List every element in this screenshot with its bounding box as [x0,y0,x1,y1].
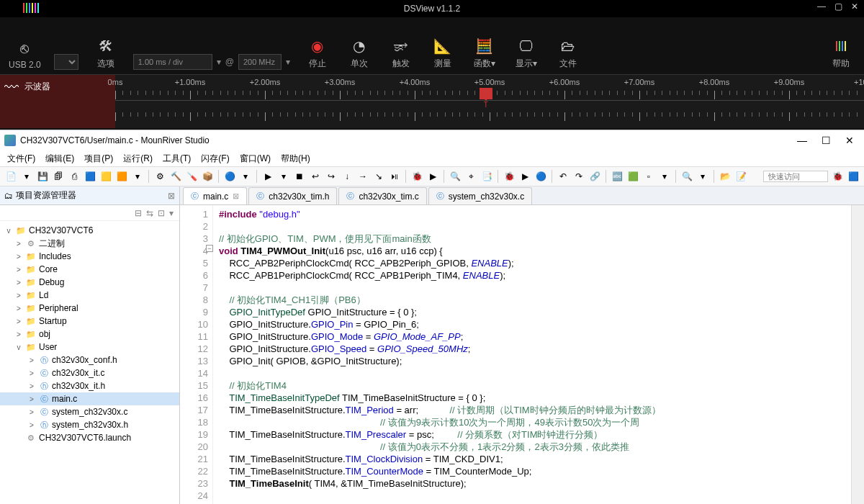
samplerate-dropdown[interactable]: ▾ [286,57,290,67]
toolbar-button[interactable]: 🔍 [449,170,462,183]
toolbar-button[interactable]: ↶ [557,170,570,183]
functions-button[interactable]: 🧮 函数▾ [470,35,499,70]
menu-item[interactable]: 项目(P) [84,153,113,165]
editor-tab[interactable]: ⓒch32v30x_tim.c [338,187,426,204]
menu-item[interactable]: 运行(R) [123,153,153,165]
toolbar-button[interactable]: 🔵 [534,170,547,183]
tree-item[interactable]: >ⓗch32v30x_it.h [0,379,179,392]
single-button[interactable]: ◔ 单次 [345,35,374,70]
toolbar-button[interactable]: → [356,170,369,183]
trigger-marker[interactable]: T [480,88,492,99]
twisty-icon[interactable]: > [27,421,36,429]
toolbar-button[interactable]: ▶ [261,170,274,183]
toolbar-button[interactable]: 🟩 [626,170,639,183]
tree-item[interactable]: >ⓗsystem_ch32v30x.h [0,418,179,431]
editor-tab[interactable]: ⓒsystem_ch32v30x.c [428,187,532,204]
quick-access-input[interactable] [763,171,828,182]
toolbar-button[interactable]: 🔤 [611,170,624,183]
editor-tab[interactable]: ⓒmain.c⊠ [183,187,247,204]
menu-item[interactable]: 编辑(E) [45,153,74,165]
toolbar-button[interactable]: ↩ [309,170,322,183]
stop-button[interactable]: ◉ 停止 [303,35,332,70]
tree-item[interactable]: v📁User [0,341,179,354]
twisty-icon[interactable]: v [4,227,13,235]
toolbar-button[interactable]: ⎙ [68,170,81,183]
tree-item[interactable]: >⚙二进制 [0,237,179,250]
tree-item[interactable]: >ⓒmain.c [0,392,179,405]
twisty-icon[interactable]: > [14,318,23,325]
twisty-icon[interactable]: > [14,266,23,274]
menu-item[interactable]: 帮助(H) [281,153,310,165]
toolbar-button[interactable]: 🔵 [223,170,236,183]
perspective-debug[interactable]: 🐞 [831,170,844,183]
toolbar-button[interactable]: 🐞 [410,170,423,183]
toolbar-button[interactable]: 📑 [480,170,493,183]
timebase-dropdown[interactable]: ▾ [217,57,221,67]
toolbar-button[interactable]: ▾ [658,170,671,183]
toolbar-button[interactable]: ▾ [696,170,709,183]
toolbar-button[interactable]: ▫ [642,170,655,183]
toolbar-button[interactable]: ↪ [325,170,338,183]
tree-item[interactable]: >📁Includes [0,250,179,263]
display-button[interactable]: 🖵 显示▾ [512,35,541,70]
toolbar-button[interactable]: ↘ [372,170,385,183]
toolbar-button[interactable]: ▶ [518,170,531,183]
toolbar-button[interactable]: ⏯ [388,170,401,183]
toolbar-button[interactable]: ⚙ [153,170,166,183]
file-button[interactable]: 🗁 文件 [554,35,582,70]
code-body[interactable]: #include "debug.h" // 初始化GPIO、TIM、PWM，使用… [213,205,851,504]
toolbar-button[interactable]: ⌖ [464,170,477,183]
tree-item[interactable]: >ⓒsystem_ch32v30x.c [0,405,179,418]
twisty-icon[interactable]: > [14,330,23,338]
toolbar-button[interactable]: 🔨 [169,170,182,183]
tree-item[interactable]: >📁Startup [0,315,179,328]
measure-button[interactable]: 📐 测量 [428,35,457,70]
link-editor-icon[interactable]: ⇆ [146,208,153,218]
twisty-icon[interactable]: > [14,292,23,300]
perspective-cpp[interactable]: 🟦 [847,170,860,183]
samplerate-input[interactable] [238,54,282,70]
editor-tab[interactable]: ⓒch32v30x_tim.h [248,187,337,204]
timebase-input[interactable] [133,54,212,70]
close-button[interactable]: ✕ [851,1,858,12]
toolbar-button[interactable]: ▾ [239,170,252,183]
toolbar-button[interactable]: 🟦 [84,170,96,183]
toolbar-button[interactable]: 🔍 [680,170,693,183]
maximize-button[interactable]: ☐ [822,135,831,146]
tree-item[interactable]: >📁obj [0,328,179,341]
toolbar-button[interactable]: ↓ [341,170,354,183]
menu-item[interactable]: 工具(T) [163,153,191,165]
twisty-icon[interactable]: > [27,408,36,416]
toolbar-button[interactable]: 🟧 [115,170,128,183]
options-tool[interactable]: 🛠 选项 [91,35,120,70]
device-select[interactable] [54,54,78,70]
help-button[interactable]: 帮助 [827,35,855,70]
twisty-icon[interactable]: > [27,382,36,390]
project-root[interactable]: v 📁 CH32V307VCT6 [0,224,179,237]
toolbar-button[interactable]: ▾ [20,170,33,183]
toolbar-button[interactable]: 🐞 [503,170,516,183]
menu-item[interactable]: 文件(F) [7,153,35,165]
toolbar-button[interactable]: 📝 [734,170,747,183]
toolbar-button[interactable]: ⏹ [293,170,306,183]
twisty-icon[interactable]: > [27,356,36,364]
menu-item[interactable]: 闪存(F) [201,153,229,165]
tree-item[interactable]: >📁Debug [0,276,179,289]
twisty-icon[interactable]: > [14,279,23,287]
twisty-icon[interactable]: > [27,369,36,377]
minimize-button[interactable]: — [817,1,826,12]
toolbar-button[interactable]: ↷ [572,170,585,183]
toolbar-button[interactable]: ▾ [131,170,144,183]
toolbar-button[interactable]: 🪛 [185,170,198,183]
code-editor[interactable]: 123456789101112131415161718192021222324 … [180,205,864,504]
twisty-icon[interactable]: > [14,305,23,312]
oscilloscope-header[interactable]: 〰 示波器 [0,75,115,128]
vertical-scrollbar[interactable] [851,205,864,504]
toolbar-button[interactable]: ▶ [426,170,439,183]
fold-toggle[interactable]: − [206,245,213,252]
twisty-icon[interactable]: > [14,240,23,248]
tree-item[interactable]: >📁Core [0,263,179,276]
toolbar-button[interactable]: 📄 [4,170,17,183]
twisty-icon[interactable]: > [14,253,23,261]
tree-item[interactable]: ⚙CH32V307VCT6.launch [0,431,179,444]
